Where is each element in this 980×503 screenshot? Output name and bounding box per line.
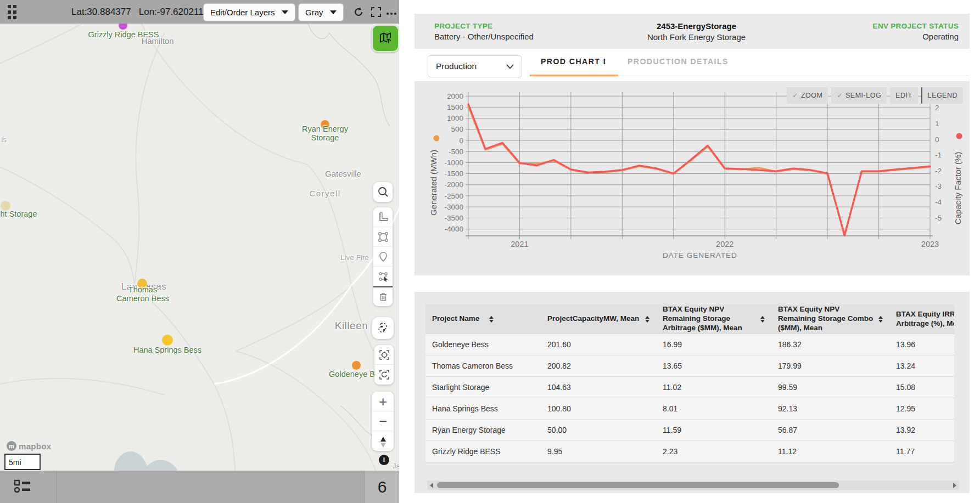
svg-text:-3000: -3000 (444, 203, 463, 211)
chart-zoom-button[interactable]: ✓ZOOM (787, 87, 828, 104)
sort-icon (874, 316, 883, 323)
project-type-title: PROJECT TYPE (434, 22, 615, 30)
tab-production-details[interactable]: PRODUCTION DETAILS (628, 57, 729, 66)
sort-icon (641, 316, 649, 323)
svg-text:2021: 2021 (511, 240, 528, 248)
column-header[interactable]: Project Name (425, 304, 541, 334)
chart-semi-log-button[interactable]: ✓SEMI-LOG (831, 87, 887, 104)
metric-select-value: Production (436, 61, 477, 71)
table-cell: 13.24 (889, 355, 954, 377)
table-row[interactable]: Starlight Storage104.6311.0299.5915.08 (425, 377, 954, 398)
project-label: Goldeneye B (329, 370, 375, 378)
reset-view-button[interactable] (374, 365, 394, 385)
table-row[interactable]: Grizzly Ridge BESS9.952.2311.1211.77 (425, 441, 954, 462)
table-cell: 56.87 (771, 420, 889, 441)
table-cell: 16.99 (656, 334, 771, 355)
edit-order-layers-label: Edit/Order Layers (210, 8, 275, 17)
table-cell: 9.95 (541, 441, 656, 462)
table-row[interactable]: Goldeneye Bess201.6016.99186.3213.96 (425, 334, 954, 355)
project-name: North Fork Energy Storage (615, 32, 777, 42)
table-cell: 11.02 (656, 377, 771, 398)
column-header[interactable]: BTAX Equity NPVRemaining StorageArbitrag… (656, 304, 771, 334)
project-id: 2453-EnergyStorage (615, 21, 777, 31)
draw-polygon-button[interactable] (373, 227, 393, 247)
table-row[interactable]: Thomas Cameron Bess200.8213.65179.9913.2… (425, 355, 954, 377)
detail-panel: PROJECT TYPE Battery - Other/Unspecified… (399, 0, 980, 503)
chart-edit-button[interactable]: EDIT (890, 87, 917, 104)
table-cell: 11.59 (656, 420, 771, 441)
table-cell: 13.65 (656, 355, 771, 377)
scroll-right-arrow-icon[interactable] (953, 483, 956, 488)
drop-pin-button[interactable] (373, 247, 393, 267)
center-target-button[interactable] (374, 345, 394, 365)
table-horizontal-scrollbar[interactable] (427, 481, 959, 490)
tab-prod-chart[interactable]: PROD CHART I (541, 57, 606, 66)
compass-button[interactable] (372, 431, 394, 451)
svg-text:2000: 2000 (447, 92, 463, 100)
table-cell: 92.13 (771, 398, 889, 420)
projects-table: Project NameProjectCapacityMW, MeanBTAX … (425, 304, 954, 462)
attribution-info-icon[interactable]: i (379, 455, 389, 465)
map-filter-icon (378, 31, 393, 46)
svg-text:1500: 1500 (447, 103, 463, 111)
metric-select[interactable]: Production (428, 55, 522, 77)
delete-shape-button[interactable] (373, 286, 393, 306)
map-search-button[interactable] (373, 182, 393, 202)
project-header-card: PROJECT TYPE Battery - Other/Unspecified… (415, 14, 970, 49)
project-marker[interactable] (352, 361, 361, 370)
crosshair-icon (378, 349, 390, 361)
column-header[interactable]: BTAX Equity NPVRemaining Storage Combo($… (771, 304, 889, 334)
active-tab-underline (530, 75, 618, 76)
table-cell: Starlight Storage (425, 377, 541, 398)
chevron-down-icon (330, 10, 337, 14)
map-filter-button[interactable] (372, 25, 399, 52)
chevron-down-icon (506, 64, 514, 69)
production-chart[interactable]: 2000150010005000-500-1000-1500-2000-2500… (415, 81, 970, 275)
column-header[interactable]: ProjectCapacityMW, Mean (541, 304, 656, 334)
map-coordinates: Lat:30.884377Lon:-97.620211 (71, 7, 211, 18)
longitude-readout: Lon:-97.620211 (139, 7, 204, 17)
project-marker[interactable] (162, 335, 173, 346)
drag-grip-icon[interactable] (8, 5, 16, 19)
svg-text:Capacity Factor (%): Capacity Factor (%) (953, 152, 962, 225)
mapbox-logo-text: mapbox (19, 442, 51, 451)
svg-text:-500: -500 (449, 148, 463, 156)
column-header[interactable]: BTAX Equity IRR StoArbitrage (%), Mean (889, 304, 954, 334)
zoom-out-button[interactable]: − (372, 411, 394, 431)
refresh-icon[interactable] (352, 5, 365, 19)
map-search-group (373, 182, 393, 202)
env-status-title: ENV PROJECT STATUS (777, 22, 959, 30)
zoom-in-button[interactable]: + (372, 392, 394, 411)
sort-icon (756, 316, 765, 323)
sort-icon (485, 316, 494, 323)
edit-order-layers-button[interactable]: Edit/Order Layers (203, 3, 295, 21)
svg-text:500: 500 (451, 125, 463, 133)
bottom-bar-divider (57, 471, 57, 503)
measure-button[interactable] (373, 207, 393, 227)
project-label: Ryan Energy Storage (288, 125, 362, 142)
polygon-icon (377, 231, 389, 243)
svg-text:2: 2 (935, 104, 939, 112)
legend-toggle-icon[interactable] (14, 479, 31, 494)
basemap-style-button[interactable]: Gray (298, 3, 344, 21)
table-cell: Thomas Cameron Bess (425, 355, 541, 377)
mapbox-logo-icon: m (7, 441, 16, 451)
lasso-icon (376, 321, 390, 335)
lasso-select-button[interactable] (372, 317, 394, 339)
chevron-down-icon (282, 10, 288, 14)
map-pane[interactable]: Grizzly Ridge BESSHamiltonRyan Energy St… (0, 0, 399, 503)
more-options-icon[interactable] (385, 7, 398, 20)
table-row[interactable]: Hana Springs Bess100.808.0192.1312.95 (425, 398, 954, 420)
select-polygon-button[interactable] (373, 267, 393, 286)
table-row[interactable]: Ryan Energy Storage50.0011.5956.8713.92 (425, 420, 954, 441)
table-cell: 200.82 (541, 355, 656, 377)
table-cell: 179.99 (771, 355, 889, 377)
table-cell: 11.77 (889, 441, 954, 462)
svg-text:2022: 2022 (716, 240, 733, 248)
map-scale: 5mi (4, 454, 41, 470)
chart-legend-button[interactable]: LEGEND (921, 87, 963, 104)
fullscreen-icon[interactable] (369, 5, 383, 19)
scrollbar-thumb[interactable] (437, 482, 839, 488)
scroll-left-arrow-icon[interactable] (430, 483, 433, 488)
table-cell: 13.96 (889, 334, 954, 355)
